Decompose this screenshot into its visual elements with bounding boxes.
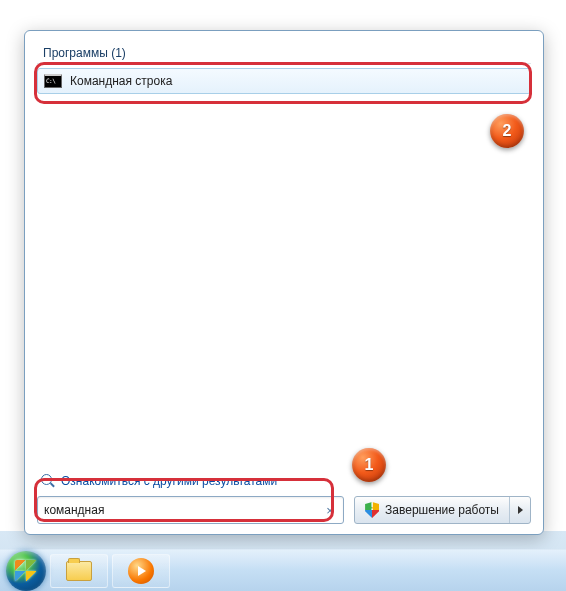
start-button[interactable] [6, 551, 46, 591]
search-box[interactable]: × [37, 496, 344, 524]
result-item-cmd[interactable]: Командная строка [37, 68, 531, 94]
media-player-icon [128, 558, 154, 584]
result-category-header: Программы (1) [37, 43, 531, 64]
shutdown-button[interactable]: Завершение работы [355, 497, 510, 523]
shutdown-label: Завершение работы [385, 503, 499, 517]
clear-search-icon[interactable]: × [323, 503, 337, 517]
shutdown-split-button: Завершение работы [354, 496, 531, 524]
annotation-badge-2: 2 [490, 114, 524, 148]
start-menu-bottom-row: × Завершение работы [37, 496, 531, 524]
search-icon [41, 474, 55, 488]
see-more-label: Ознакомиться с другими результатами [61, 474, 277, 488]
folder-icon [66, 561, 92, 581]
annotation-badge-1: 1 [352, 448, 386, 482]
cmd-icon [44, 74, 62, 88]
taskbar [0, 549, 566, 591]
result-item-label: Командная строка [70, 74, 172, 88]
search-input[interactable] [44, 503, 323, 517]
taskbar-explorer[interactable] [50, 554, 108, 588]
see-more-results-link[interactable]: Ознакомиться с другими результатами [37, 470, 531, 496]
start-menu-search-panel: Программы (1) Командная строка Ознакомит… [24, 30, 544, 535]
shutdown-options-arrow[interactable] [510, 497, 530, 523]
shield-icon [365, 502, 379, 518]
taskbar-media-player[interactable] [112, 554, 170, 588]
results-spacer [37, 94, 531, 470]
